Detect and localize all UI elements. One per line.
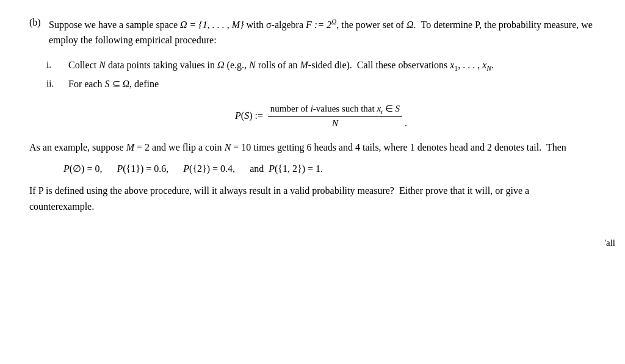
list-item-ii-content: For each S ⊆ Ω, define xyxy=(68,77,596,92)
fraction-denominator: N xyxy=(332,117,338,129)
part-b-intro-text: Suppose we have a sample space Ω = {1, .… xyxy=(49,17,596,48)
formula-period: . xyxy=(405,118,407,129)
list-item-ii-label: ii. xyxy=(46,77,68,91)
page-container: (b) Suppose we have a sample space Ω = {… xyxy=(0,0,625,364)
final-section: If P is defined using the above procedur… xyxy=(29,183,596,214)
example-formula-item-3: P({2}) = 0.4, xyxy=(183,161,235,177)
fraction-numerator: number of i-values such that xi ∈ S xyxy=(270,103,400,116)
corner-label: 'all xyxy=(604,238,615,248)
part-b-label: (b) xyxy=(29,17,49,28)
list-section: i. Collect N data points taking values i… xyxy=(46,58,596,129)
list-item-i-content: Collect N data points taking values in Ω… xyxy=(68,58,596,74)
formula-block: P(S) := number of i-values such that xi … xyxy=(46,103,596,129)
list-item-i-label: i. xyxy=(46,58,68,72)
part-label: (b) Suppose we have a sample space Ω = {… xyxy=(29,17,596,48)
example-section: As an example, suppose M = 2 and we flip… xyxy=(29,140,596,177)
final-text: If P is defined using the above procedur… xyxy=(29,185,529,212)
example-formula-item-4: and P({1, 2}) = 1. xyxy=(250,161,323,177)
example-formula-item-2: P({1}) = 0.6, xyxy=(117,161,168,177)
example-formula-item-1: P(∅) = 0, xyxy=(63,161,102,177)
math-omega-set: Ω = {1, . . . , M} xyxy=(180,20,244,30)
example-formula: P(∅) = 0, P({1}) = 0.6, P({2}) = 0.4, an… xyxy=(63,161,596,177)
list-item-i: i. Collect N data points taking values i… xyxy=(46,58,596,74)
fraction: number of i-values such that xi ∈ S N xyxy=(268,103,402,129)
formula-lhs: P(S) := xyxy=(235,110,263,121)
list-item-ii: ii. For each S ⊆ Ω, define xyxy=(46,77,596,92)
math-sigma-algebra: F := 2Ω xyxy=(306,20,336,30)
example-text: As an example, suppose M = 2 and we flip… xyxy=(29,142,566,152)
